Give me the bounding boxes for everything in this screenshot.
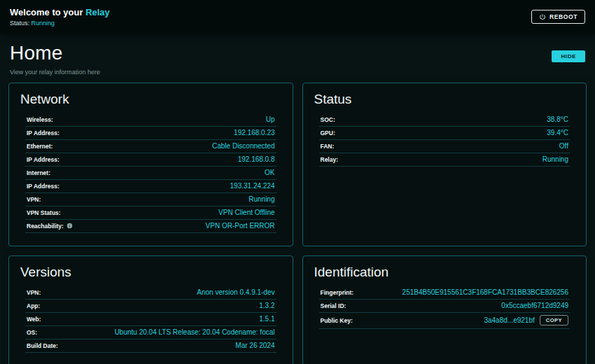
- row-vpn-status: VPN Status: VPN Client Offline: [25, 206, 276, 220]
- top-header: Welcome to your Relay Status: Running RE…: [0, 0, 595, 34]
- row-value: Mar 26 2024: [235, 342, 274, 349]
- row-serial-id: Serial ID: 0x5ccaebf6712d9249: [319, 300, 570, 313]
- row-label: Internet:: [27, 169, 50, 176]
- row-label: Build Date:: [27, 342, 58, 349]
- row-label: VPN:: [27, 289, 41, 296]
- row-public-key: Public Key: 3a4a8d...e921bf COPY: [319, 313, 570, 329]
- identification-rows: Fingerprint: 251B4B50E915561C3F168FCA173…: [319, 286, 570, 329]
- welcome-text: Welcome to your: [10, 7, 85, 18]
- row-value: Off: [559, 142, 568, 150]
- reboot-button[interactable]: REBOOT: [531, 10, 585, 24]
- status-rows: SOC: 38.8°C GPU: 39.4°C FAN: Off Relay: …: [319, 113, 570, 167]
- row-label: Fingerprint:: [321, 289, 354, 296]
- row-value: 251B4B50E915561C3F168FCA1731BB3BCE826256: [402, 288, 568, 296]
- row-ip-wireless: IP Address: 192.168.0.23: [25, 127, 276, 140]
- row-label: OS:: [27, 329, 37, 336]
- row-label-wrap: Reachability:: [27, 223, 73, 230]
- row-internet: Internet: OK: [25, 167, 276, 180]
- row-label: VPN:: [27, 196, 41, 203]
- row-label: Wireless:: [27, 116, 53, 123]
- public-key-value-wrap: 3a4a8d...e921bf COPY: [484, 315, 568, 326]
- row-os: OS: Ubuntu 20.04 LTS Release: 20.04 Code…: [25, 326, 276, 340]
- status-panel-title: Status: [314, 92, 575, 107]
- status-value: Running: [31, 20, 55, 27]
- row-value: 192.168.0.23: [234, 129, 274, 136]
- row-ip-ethernet: IP Address: 192.168.0.8: [25, 153, 276, 167]
- row-label: Ethernet:: [27, 143, 52, 150]
- row-label: IP Address:: [27, 183, 59, 190]
- row-value: VPN OR-Port ERROR: [206, 222, 275, 230]
- network-panel: Network Wireless: Up IP Address: 192.168…: [8, 83, 293, 246]
- row-value: 0x5ccaebf6712d9249: [501, 302, 568, 309]
- row-label: FAN:: [321, 143, 335, 150]
- row-value: VPN Client Offline: [218, 209, 274, 216]
- network-panel-title: Network: [20, 92, 281, 107]
- row-vpn-version: VPN: Anon version 0.4.9.1-dev: [25, 286, 276, 300]
- row-label: IP Address:: [27, 156, 59, 163]
- welcome-relay-text: Relay: [85, 7, 110, 18]
- reboot-label: REBOOT: [550, 13, 578, 20]
- versions-panel: Versions VPN: Anon version 0.4.9.1-dev A…: [8, 255, 293, 364]
- power-icon: [539, 13, 546, 20]
- row-label: App:: [27, 302, 40, 309]
- page-subtitle: View your relay information here: [10, 69, 100, 76]
- network-rows: Wireless: Up IP Address: 192.168.0.23 Et…: [25, 113, 276, 233]
- row-value: 38.8°C: [547, 115, 568, 123]
- row-label: Web:: [27, 316, 41, 323]
- row-web-version: Web: 1.5.1: [25, 313, 276, 326]
- row-value: 39.4°C: [547, 129, 568, 136]
- panel-grid: Network Wireless: Up IP Address: 192.168…: [8, 83, 587, 364]
- row-label: SOC:: [321, 116, 335, 123]
- row-label: Public Key:: [321, 317, 353, 324]
- row-label: Relay:: [321, 156, 339, 163]
- versions-rows: VPN: Anon version 0.4.9.1-dev App: 1.3.2…: [25, 286, 276, 353]
- relay-status-line: Status: Running: [10, 20, 110, 27]
- row-label: Serial ID:: [321, 302, 346, 309]
- row-value: Cable Disconnected: [212, 142, 275, 150]
- row-gpu: GPU: 39.4°C: [319, 127, 570, 140]
- main-content: Home View your relay information here HI…: [0, 34, 595, 364]
- header-text-block: Welcome to your Relay Status: Running: [10, 7, 110, 27]
- status-label: Status:: [10, 20, 31, 27]
- row-value: 1.5.1: [259, 315, 274, 323]
- identification-panel-title: Identification: [314, 265, 575, 280]
- row-value: Ubuntu 20.04 LTS Release: 20.04 Codename…: [115, 328, 275, 336]
- row-value: 193.31.24.224: [230, 182, 275, 190]
- row-app-version: App: 1.3.2: [25, 300, 276, 313]
- row-ip-internet: IP Address: 193.31.24.224: [25, 180, 276, 193]
- row-relay: Relay: Running: [319, 153, 570, 167]
- row-value: 3a4a8d...e921bf: [484, 316, 534, 324]
- identification-panel: Identification Fingerprint: 251B4B50E915…: [302, 255, 587, 364]
- row-label: IP Address:: [27, 130, 59, 136]
- row-value: 1.3.2: [259, 302, 274, 309]
- row-label: GPU:: [321, 130, 335, 136]
- versions-panel-title: Versions: [20, 265, 281, 280]
- page-title-block: Home View your relay information here: [10, 42, 100, 76]
- row-label: Reachability:: [27, 223, 64, 230]
- row-ethernet: Ethernet: Cable Disconnected: [25, 140, 276, 153]
- row-label: VPN Status:: [27, 209, 61, 216]
- status-panel: Status SOC: 38.8°C GPU: 39.4°C FAN: Off …: [302, 83, 587, 246]
- row-build-date: Build Date: Mar 26 2024: [25, 340, 276, 353]
- info-icon[interactable]: [66, 223, 73, 229]
- row-fan: FAN: Off: [319, 140, 570, 153]
- row-value: Anon version 0.4.9.1-dev: [197, 288, 274, 296]
- row-value: Running: [248, 195, 274, 203]
- row-wireless: Wireless: Up: [25, 113, 276, 127]
- row-fingerprint: Fingerprint: 251B4B50E915561C3F168FCA173…: [319, 286, 570, 300]
- row-soc: SOC: 38.8°C: [319, 113, 570, 127]
- row-vpn: VPN: Running: [25, 193, 276, 206]
- copy-button[interactable]: COPY: [540, 315, 568, 326]
- page-head: Home View your relay information here HI…: [8, 39, 587, 76]
- row-value: Up: [266, 115, 275, 123]
- welcome-heading: Welcome to your Relay: [10, 7, 110, 18]
- page-title: Home: [10, 42, 100, 64]
- row-value: Running: [542, 155, 568, 163]
- row-value: 192.168.0.8: [238, 155, 275, 163]
- row-reachability: Reachability: VPN OR-Port ERROR: [25, 220, 276, 233]
- row-value: OK: [265, 169, 274, 176]
- hide-button[interactable]: HIDE: [552, 50, 585, 62]
